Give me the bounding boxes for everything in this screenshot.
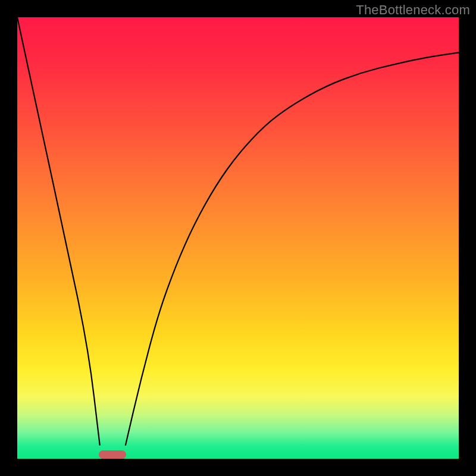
left-line-path: [17, 17, 100, 446]
watermark-text: TheBottleneck.com: [356, 2, 470, 18]
plot-area: [17, 17, 459, 459]
chart-frame: TheBottleneck.com: [0, 0, 476, 476]
min-marker: [99, 450, 126, 459]
curves-svg: [17, 17, 459, 459]
right-curve-path: [126, 52, 459, 445]
